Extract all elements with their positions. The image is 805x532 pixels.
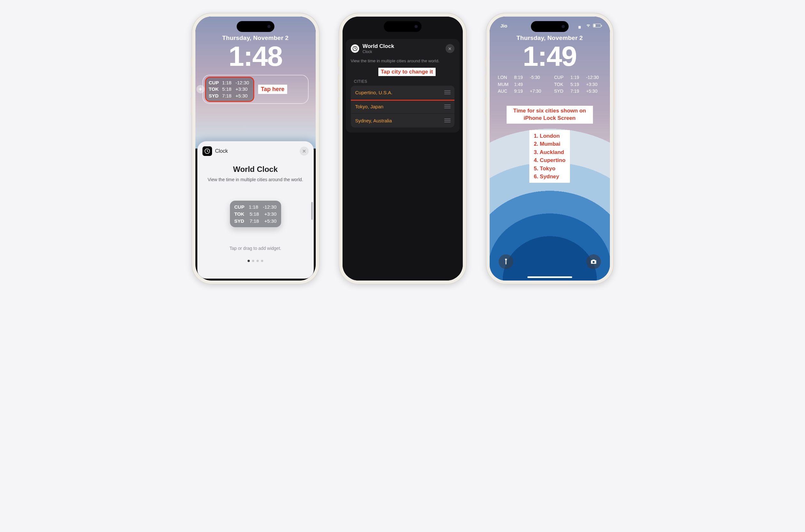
dynamic-island: [384, 21, 422, 32]
city-offset: -12:30: [263, 204, 277, 211]
city-name: Sydney, Australia: [355, 118, 392, 124]
volume-down: [190, 97, 192, 115]
city-time: 1:19: [571, 74, 583, 81]
carrier-label: Jio: [500, 23, 508, 28]
city-code: SYD: [554, 88, 567, 95]
volume-up: [190, 75, 192, 93]
city-row-cupertino[interactable]: Cupertino, U.S.A.: [351, 86, 455, 100]
page-dots[interactable]: [202, 260, 309, 262]
city-code: AUC: [498, 88, 511, 95]
widget-preview[interactable]: CUP1:18-12:30 TOK5:18+3:30 SYD7:18+5:30: [230, 201, 281, 227]
flashlight-button[interactable]: [499, 254, 513, 269]
drag-handle-icon[interactable]: [444, 118, 451, 122]
mute-switch: [485, 58, 486, 67]
city-time: 5:18: [250, 211, 260, 217]
city-offset: +5:30: [264, 217, 277, 225]
city-time: 9:19: [514, 88, 527, 95]
dynamic-island: [237, 21, 274, 32]
wifi-icon: [586, 22, 591, 29]
dual-sim-icon: [578, 24, 584, 27]
city-time: 1:18: [249, 204, 259, 211]
city-code: CUP: [209, 79, 219, 86]
section-label-cities: CITIES: [354, 79, 455, 84]
volume-down: [485, 97, 486, 115]
camera-button[interactable]: [586, 254, 601, 269]
city-time: 1:18: [222, 79, 232, 86]
battery-icon: [593, 24, 601, 27]
list-item: 4. Cupertino: [534, 156, 565, 165]
city-offset: +5:30: [586, 88, 598, 95]
clock-app-icon: [202, 146, 212, 156]
mute-switch: [338, 58, 339, 67]
config-subtitle: Clock: [363, 50, 394, 54]
city-code: LON: [498, 74, 511, 81]
city-list: Cupertino, U.S.A. Tokyo, Japan Sydney, A…: [351, 86, 455, 128]
lockscreen-time: 1:48: [196, 42, 316, 70]
city-offset: -5:30: [530, 74, 540, 81]
sheet-subtitle: View the time in multiple cities around …: [202, 177, 309, 182]
city-time: 7:18: [222, 93, 232, 99]
volume-up: [338, 75, 339, 93]
volume-down: [338, 97, 339, 115]
power-button: [319, 81, 321, 110]
world-clock-widget-six[interactable]: LON8:19-5:30 MUM1:49 AUC9:19+7:30 CUP1:1…: [498, 74, 602, 95]
close-button[interactable]: [445, 44, 455, 53]
config-description: View the time in multiple cities around …: [351, 58, 455, 63]
phone-2-frame: World Clock Clock View the time in multi…: [339, 13, 466, 284]
city-time: 5:19: [571, 81, 583, 88]
phone-3-frame: Jio Thursday, November 2 1:49 LON8:19-5:…: [486, 13, 614, 284]
city-row-sydney[interactable]: Sydney, Australia: [351, 114, 455, 128]
city-row-tokyo[interactable]: Tokyo, Japan: [351, 100, 455, 114]
world-clock-widget[interactable]: CUP1:18-12:30 TOK5:18+3:30 SYD7:18+5:30: [206, 77, 254, 101]
list-item: 3. Auckland: [534, 148, 565, 156]
annotation-tap-city: Tap city to change it: [378, 68, 436, 76]
city-code: SYD: [234, 217, 246, 225]
city-code: SYD: [209, 93, 219, 99]
scrollbar-thumb[interactable]: [311, 202, 313, 220]
city-offset: +3:30: [264, 211, 277, 217]
close-button[interactable]: [300, 147, 309, 156]
clock-app-icon: [351, 44, 359, 53]
list-item: 2. Mumbai: [534, 140, 565, 148]
city-code: MUM: [498, 81, 511, 88]
city-code: CUP: [234, 204, 245, 211]
list-item: 6. Sydney: [534, 173, 565, 181]
city-code: CUP: [554, 74, 567, 81]
city-offset: +7:30: [530, 88, 541, 95]
list-item: 5. Tokyo: [534, 165, 565, 173]
city-offset: +5:30: [235, 93, 250, 99]
annotation-headline: Time for six cities shown on iPhone Lock…: [507, 106, 593, 124]
city-time: 7:18: [250, 217, 260, 225]
volume-up: [485, 75, 486, 93]
sheet-app-name: Clock: [215, 148, 228, 154]
drag-handle-icon[interactable]: [444, 104, 451, 108]
city-offset: -12:30: [586, 74, 599, 81]
widget-sheet: Clock World Clock View the time in multi…: [197, 141, 314, 279]
city-time: 8:19: [514, 74, 527, 81]
widget-config-card: World Clock Clock View the time in multi…: [346, 39, 460, 133]
city-offset: +3:30: [586, 81, 598, 88]
mute-switch: [190, 58, 192, 67]
dynamic-island: [531, 21, 569, 32]
phone-1-frame: Thursday, November 2 1:48 + CUP1:18-12:3…: [191, 13, 319, 284]
annotation-tap-here: Tap here: [258, 85, 288, 94]
city-time: 7:19: [571, 88, 583, 95]
city-offset: +3:30: [235, 86, 250, 92]
city-code: TOK: [234, 211, 246, 217]
power-button: [614, 81, 615, 110]
city-code: TOK: [554, 81, 567, 88]
config-title: World Clock: [363, 43, 394, 50]
city-offset: -12:30: [235, 79, 250, 86]
city-name: Tokyo, Japan: [355, 104, 383, 109]
lockscreen-time: 1:49: [490, 42, 610, 70]
annotation-city-list: 1. London 2. Mumbai 3. Auckland 4. Cuper…: [529, 130, 570, 183]
home-indicator[interactable]: [527, 277, 572, 278]
add-widget-icon[interactable]: +: [196, 85, 205, 93]
city-name: Cupertino, U.S.A.: [355, 90, 393, 95]
sheet-title: World Clock: [202, 165, 309, 174]
annotation-block: Time for six cities shown on iPhone Lock…: [507, 106, 593, 183]
city-time: 1:49: [514, 81, 527, 88]
city-time: 5:18: [222, 86, 232, 92]
widget-drop-zone[interactable]: + CUP1:18-12:30 TOK5:18+3:30 SYD7:18+5:3…: [202, 75, 309, 104]
drag-handle-icon[interactable]: [444, 91, 451, 94]
